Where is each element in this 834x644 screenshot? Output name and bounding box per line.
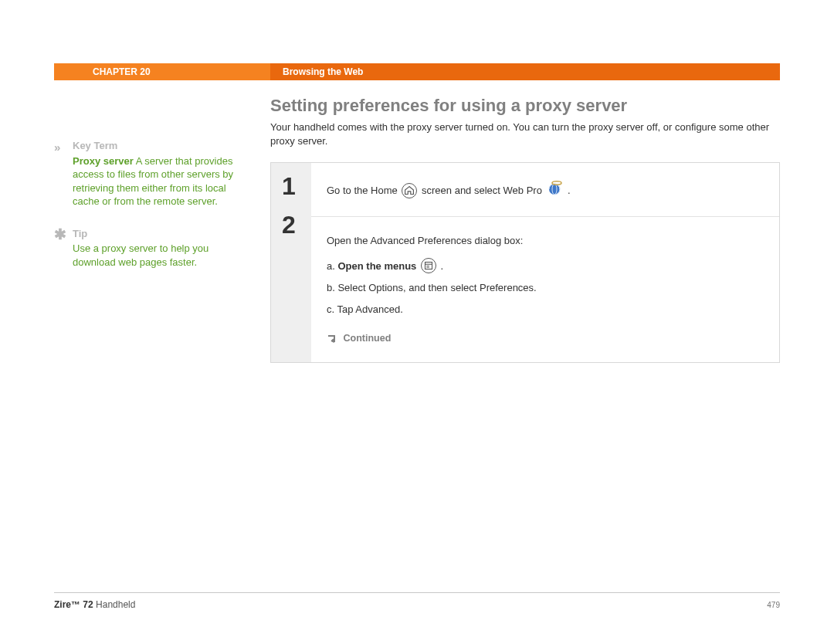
header-chapter: CHAPTER 20 [54, 63, 270, 80]
step2-a-bold[interactable]: Open the menus [337, 260, 416, 272]
step1-text-pre: Go to the Home [327, 185, 400, 196]
header-section-title: Browsing the Web [270, 63, 780, 80]
webpro-icon [546, 179, 563, 202]
continued-arrow-icon [327, 330, 336, 347]
continued-label: Continued [343, 333, 391, 344]
asterisk-icon: ✱ [54, 227, 73, 269]
header-bar: CHAPTER 20 Browsing the Web [54, 63, 780, 80]
document-page: CHAPTER 20 Browsing the Web » Key Term P… [0, 0, 834, 644]
tip-label: Tip [73, 227, 252, 241]
footer-product: Zire™ 72 Handheld [54, 599, 135, 610]
content-row: » Key Term Proxy server A server that pr… [54, 96, 780, 363]
step2-a: a. Open the menus . [327, 258, 764, 275]
step-2: Open the Advanced Preferences dialog box… [311, 217, 779, 362]
keyterm-text: Proxy server A server that provides acce… [73, 154, 252, 208]
step-number-1: 1 [282, 174, 311, 198]
home-icon [402, 183, 417, 198]
step1-text-mid: screen and select Web Pro [422, 185, 544, 196]
step2-lead: Open the Advanced Preferences dialog box… [327, 232, 764, 249]
continued-indicator: Continued [327, 330, 764, 347]
sidebar: » Key Term Proxy server A server that pr… [54, 96, 270, 363]
keyterm-term: Proxy server [73, 155, 134, 167]
step2-a-post: . [441, 260, 444, 272]
steps-body: Go to the Home screen and select Web Pro [311, 163, 779, 362]
steps-number-column: 1 2 [271, 163, 311, 362]
menu-icon [421, 258, 436, 273]
steps-box: 1 2 Go to the Home screen and select Web… [270, 162, 780, 363]
keyterm-icon: » [54, 139, 73, 208]
main-content: Setting preferences for using a proxy se… [270, 96, 780, 363]
step2-a-prefix: a. [327, 260, 337, 272]
step2-c: c. Tap Advanced. [327, 301, 764, 318]
step2-b: b. Select Options, and then select Prefe… [327, 280, 764, 297]
footer-product-bold: Zire™ 72 [54, 599, 93, 610]
keyterm-body: Key Term Proxy server A server that prov… [73, 139, 252, 208]
step1-text-post: . [568, 185, 571, 196]
footer-page-number: 479 [767, 599, 780, 610]
svg-point-2 [552, 181, 561, 185]
tip-text: Use a proxy server to help you download … [73, 242, 252, 269]
tip-block: ✱ Tip Use a proxy server to help you dow… [54, 227, 252, 269]
step-number-2: 2 [282, 212, 311, 237]
section-intro: Your handheld comes with the proxy serve… [270, 120, 780, 148]
section-heading: Setting preferences for using a proxy se… [270, 96, 780, 116]
step-1: Go to the Home screen and select Web Pro [311, 163, 779, 217]
footer: Zire™ 72 Handheld 479 [54, 592, 780, 610]
footer-product-rest: Handheld [93, 599, 136, 610]
keyterm-label: Key Term [73, 139, 252, 153]
keyterm-block: » Key Term Proxy server A server that pr… [54, 139, 252, 208]
step2-sublist: a. Open the menus . [327, 258, 764, 318]
tip-body: Tip Use a proxy server to help you downl… [73, 227, 252, 269]
